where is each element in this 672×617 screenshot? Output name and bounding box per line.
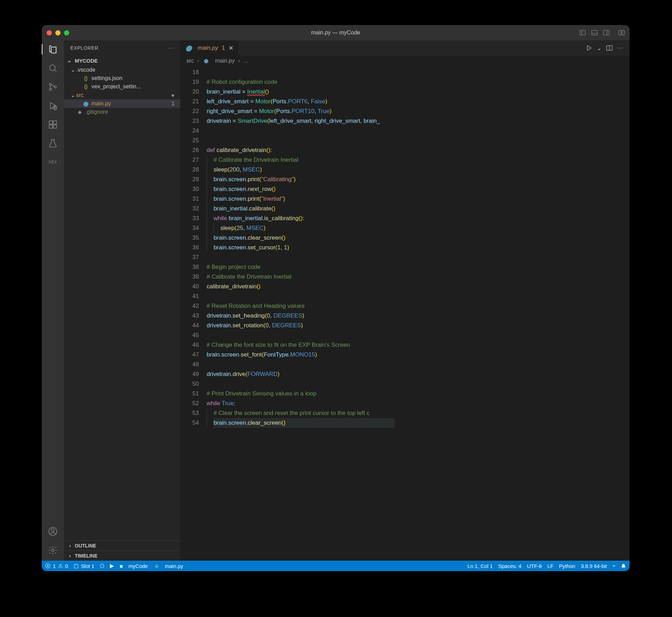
status-python-version[interactable]: 3.8.9 64-bit <box>581 563 607 569</box>
svg-rect-2 <box>592 30 597 35</box>
svg-rect-0 <box>580 30 585 35</box>
status-spaces[interactable]: Spaces: 4 <box>498 563 522 569</box>
run-debug-view-icon[interactable] <box>47 100 58 111</box>
svg-point-8 <box>50 65 55 71</box>
maximize-window-button[interactable] <box>64 30 69 35</box>
folder-root-label: MYCODE <box>75 58 98 64</box>
svg-line-9 <box>55 70 57 72</box>
timeline-label: TIMELINE <box>75 553 97 559</box>
panel-right-icon[interactable] <box>603 30 609 36</box>
sidebar-title: EXPLORER <box>70 45 98 51</box>
close-tab-icon[interactable]: ✕ <box>229 45 233 52</box>
explorer-sidebar: EXPLORER ··· ⌄ MYCODE ⌄.vscode{}settings… <box>64 40 180 561</box>
svg-rect-7 <box>622 30 624 35</box>
main-body: VEX EXPLORER ··· ⌄ MYCODE ⌄.vscode{}sett… <box>42 40 630 561</box>
item-label: .vscode <box>76 67 95 73</box>
layout-icon[interactable] <box>618 30 625 36</box>
chevron-down-icon: ⌄ <box>70 92 75 98</box>
status-eol[interactable]: LF <box>547 563 554 569</box>
status-bar: ⓧ1 ⚠0 ▢Slot 1 ⬡ ▶ ■ myCode ⬤main.py Ln 1… <box>42 561 630 571</box>
testing-view-icon[interactable] <box>47 138 58 149</box>
chevron-right-icon: › <box>67 543 72 548</box>
line-gutter: 1819202122232425262728293031323334353637… <box>180 66 207 561</box>
window-title: main.py — myCode <box>311 30 360 36</box>
status-build-icon[interactable]: ⬡ <box>100 563 104 569</box>
settings-gear-icon[interactable] <box>47 545 58 556</box>
status-play-icon[interactable]: ▶ <box>110 563 114 569</box>
accounts-icon[interactable] <box>47 526 58 537</box>
extensions-view-icon[interactable] <box>47 119 58 130</box>
svg-point-24 <box>52 549 54 552</box>
status-bell-icon[interactable]: 🔔︎ <box>621 563 626 569</box>
status-encoding[interactable]: UTF-8 <box>527 563 542 569</box>
minimap[interactable] <box>581 66 630 561</box>
status-problems[interactable]: ⓧ1 ⚠0 <box>45 563 68 569</box>
svg-rect-6 <box>619 30 621 35</box>
status-stop-icon[interactable]: ■ <box>120 563 123 569</box>
python-file-icon: ⬤ <box>185 45 192 52</box>
breadcrumb-more[interactable]: ... <box>243 58 248 64</box>
vex-view-icon[interactable]: VEX <box>47 157 58 168</box>
panel-bottom-icon[interactable] <box>591 30 598 36</box>
file-main.py[interactable]: ⬤main.py1 <box>64 99 180 108</box>
vscode-window: main.py — myCode VEX EXPLORER ··· ⌄ MYCO… <box>42 25 630 571</box>
editor-group: ⬤ main.py 1 ✕ ⌄ ··· src› ⬤main.py› ... 1… <box>180 40 630 561</box>
split-editor-icon[interactable] <box>606 45 613 51</box>
svg-rect-17 <box>49 121 53 124</box>
status-cursor[interactable]: Ln 1, Col 1 <box>467 563 493 569</box>
git-icon: ◆ <box>76 109 83 115</box>
editor-more-icon[interactable]: ··· <box>617 45 624 51</box>
file-tree: ⌄.vscode{}settings.json{}vex_project_set… <box>64 65 180 540</box>
titlebar[interactable]: main.py — myCode <box>42 25 630 40</box>
breadcrumb[interactable]: src› ⬤main.py› ... <box>180 56 630 66</box>
code-content[interactable]: # Robot configuration codebrain_inertial… <box>207 66 581 561</box>
breadcrumb-file[interactable]: main.py <box>215 58 235 64</box>
close-window-button[interactable] <box>47 30 52 35</box>
outline-section[interactable]: › OUTLINE <box>64 540 180 551</box>
error-badge: 1 <box>171 101 180 107</box>
folder-src[interactable]: ⌄src● <box>64 91 180 99</box>
code-area[interactable]: 1819202122232425262728293031323334353637… <box>180 66 630 561</box>
explorer-view-icon[interactable] <box>47 44 58 55</box>
window-controls <box>47 30 69 35</box>
run-icon[interactable] <box>586 45 592 51</box>
file-vex_project_settin...[interactable]: {}vex_project_settin... <box>64 82 180 91</box>
status-feedback-icon[interactable]: 𝄐 <box>613 563 615 569</box>
file-.gitignore[interactable]: ◆.gitignore <box>64 108 180 116</box>
folder-.vscode[interactable]: ⌄.vscode <box>64 65 180 74</box>
svg-rect-19 <box>53 125 56 128</box>
status-slot[interactable]: ▢Slot 1 <box>74 563 94 569</box>
error-icon: ⓧ <box>45 563 50 569</box>
minimize-window-button[interactable] <box>55 30 61 35</box>
tab-label: main.py <box>198 45 218 51</box>
folder-root[interactable]: ⌄ MYCODE <box>64 56 180 65</box>
item-label: src <box>76 92 83 98</box>
outline-label: OUTLINE <box>75 543 96 548</box>
item-label: vex_project_settin... <box>91 83 141 90</box>
timeline-section[interactable]: › TIMELINE <box>64 551 180 561</box>
chevron-down-icon: ⌄ <box>67 57 72 64</box>
status-language[interactable]: Python <box>559 563 575 569</box>
svg-rect-4 <box>603 30 609 35</box>
search-view-icon[interactable] <box>47 63 58 74</box>
sidebar-header: EXPLORER ··· <box>64 40 180 56</box>
status-project[interactable]: myCode <box>128 563 148 569</box>
item-label: .gitignore <box>85 109 108 115</box>
slot-icon: ▢ <box>74 563 79 569</box>
json-icon: {} <box>82 75 89 81</box>
run-dropdown-icon[interactable]: ⌄ <box>597 45 601 51</box>
item-label: settings.json <box>91 75 122 81</box>
source-control-view-icon[interactable] <box>47 81 58 93</box>
sidebar-more-icon[interactable]: ··· <box>168 45 174 51</box>
breadcrumb-folder[interactable]: src <box>186 58 194 64</box>
file-settings.json[interactable]: {}settings.json <box>64 74 180 82</box>
python-file-icon: ⬤ <box>203 58 210 63</box>
title-layout-icons <box>579 30 625 36</box>
tab-main-py[interactable]: ⬤ main.py 1 ✕ <box>180 40 239 56</box>
panel-left-icon[interactable] <box>579 30 586 36</box>
editor-actions: ⌄ ··· <box>586 40 630 56</box>
modified-indicator: ● <box>171 92 180 98</box>
status-file[interactable]: ⬤main.py <box>153 563 183 569</box>
svg-point-12 <box>54 86 56 88</box>
tab-error-badge: 1 <box>222 45 225 51</box>
